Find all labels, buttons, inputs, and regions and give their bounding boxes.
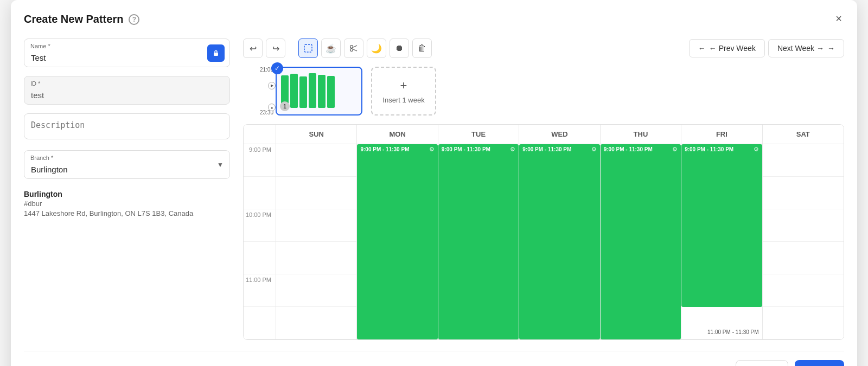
mon-event-label: 9:00 PM - 11:30 PM ⚙ <box>360 146 434 153</box>
next-week-button[interactable]: Next Week → → <box>768 39 844 57</box>
fri-event-time: 9:00 PM - 11:30 PM <box>685 146 733 152</box>
week-thumbnails-row: 21:00 23:30 ▶ ● ✓ <box>243 67 844 115</box>
prev-week-button[interactable]: ← ← Prev Week <box>689 39 765 57</box>
modal-header: Create New Pattern ? × <box>24 13 844 25</box>
coffee-button[interactable]: ☕ <box>321 38 341 58</box>
svg-point-2 <box>350 46 353 48</box>
id-field-group: ID * <box>24 76 230 105</box>
scissors-button[interactable] <box>344 38 363 58</box>
tue-event[interactable]: 9:00 PM - 11:30 PM ⚙ <box>438 144 519 339</box>
fri-bottom-label: 11:00 PM - 11:30 PM <box>707 329 759 335</box>
gear-icon[interactable]: ⚙ <box>672 146 678 153</box>
day-slot <box>763 177 844 209</box>
time-header <box>244 125 276 144</box>
day-slot <box>276 209 356 242</box>
thumb-bars <box>281 71 357 108</box>
thu-event[interactable]: 9:00 PM - 11:30 PM ⚙ <box>601 144 681 339</box>
id-input <box>24 76 230 105</box>
mon-event-time: 9:00 PM - 11:30 PM <box>360 146 409 152</box>
branch-address: 1447 Lakeshore Rd, Burlington, ON L7S 1B… <box>24 209 230 219</box>
days-grid: 9:00 PM - 11:30 PM ⚙ <box>276 144 844 339</box>
day-slot <box>763 209 844 242</box>
right-panel: ↩ ↪ ☕ 🌙 ⏺ <box>243 38 844 340</box>
day-col-wed: 9:00 PM - 11:30 PM ⚙ <box>519 144 600 339</box>
svg-line-5 <box>353 49 357 52</box>
day-slot <box>276 307 356 339</box>
day-slot <box>276 177 356 209</box>
branch-select[interactable]: Burlington <box>24 150 230 179</box>
play-bottom-icon[interactable]: ● <box>268 104 276 111</box>
insert-plus-icon: + <box>400 79 407 93</box>
wed-event-time: 9:00 PM - 11:30 PM <box>522 146 571 152</box>
cal-header-sat: SAT <box>763 125 844 144</box>
svg-rect-0 <box>214 53 218 56</box>
create-pattern-modal: Create New Pattern ? × Name * ID * <box>11 0 857 366</box>
save-button[interactable]: Save <box>795 360 844 366</box>
cancel-button[interactable]: Cancel <box>736 360 788 366</box>
calendar-body: 9:00 PM 10:00 PM 11:00 PM <box>244 144 844 339</box>
wed-event-label: 9:00 PM - 11:30 PM ⚙ <box>522 146 596 153</box>
cal-header-sun: SUN <box>276 125 357 144</box>
thu-event-time: 9:00 PM - 11:30 PM <box>604 146 653 152</box>
time-slot-930pm <box>244 177 276 209</box>
toolbar: ↩ ↪ ☕ 🌙 ⏺ <box>243 38 844 58</box>
thumbnail-wrapper: 21:00 23:30 ▶ ● ✓ <box>276 67 362 115</box>
help-icon[interactable]: ? <box>129 14 139 25</box>
name-input[interactable] <box>24 38 230 67</box>
record-button[interactable]: ⏺ <box>390 38 409 58</box>
svg-rect-1 <box>304 44 312 52</box>
day-col-sat <box>763 144 844 339</box>
time-slot-1130pm <box>244 307 276 339</box>
thumb-bar-3 <box>299 76 307 108</box>
undo-button[interactable]: ↩ <box>243 38 263 58</box>
select-button[interactable] <box>298 38 318 58</box>
fri-event[interactable]: 9:00 PM - 11:30 PM ⚙ <box>681 144 762 307</box>
time-slot-9pm: 9:00 PM <box>244 144 276 177</box>
gear-icon[interactable]: ⚙ <box>754 146 759 153</box>
day-col-fri: 9:00 PM - 11:30 PM ⚙ 11:00 PM - 11:30 PM <box>681 144 762 339</box>
next-week-label: Next Week → <box>777 44 824 53</box>
thumb-time-top: 21:00 <box>250 67 273 73</box>
description-input[interactable] <box>24 113 230 139</box>
wed-event[interactable]: 9:00 PM - 11:30 PM ⚙ <box>519 144 599 339</box>
cal-header-fri: FRI <box>681 125 762 144</box>
mon-event[interactable]: 9:00 PM - 11:30 PM ⚙ <box>357 144 437 339</box>
description-field-group <box>24 113 230 142</box>
day-col-tue: 9:00 PM - 11:30 PM ⚙ <box>438 144 519 339</box>
trash-button[interactable]: 🗑 <box>412 38 432 58</box>
insert-week-button[interactable]: + Insert 1 week <box>371 67 436 115</box>
day-col-sun <box>276 144 357 339</box>
day-slot <box>276 242 356 274</box>
gear-icon[interactable]: ⚙ <box>591 146 597 153</box>
time-column: 9:00 PM 10:00 PM 11:00 PM <box>244 144 276 339</box>
thu-event-label: 9:00 PM - 11:30 PM ⚙ <box>604 146 678 153</box>
left-panel: Name * ID * Branch * <box>24 38 230 340</box>
branch-field-group: Branch * Burlington ▼ <box>24 150 230 179</box>
tue-event-time: 9:00 PM - 11:30 PM <box>442 146 490 152</box>
gear-icon[interactable]: ⚙ <box>510 146 515 153</box>
day-slot <box>763 242 844 274</box>
modal-title: Create New Pattern <box>24 13 123 25</box>
next-arrow-icon: → <box>827 44 835 53</box>
play-top-icon[interactable]: ▶ <box>268 82 276 89</box>
close-button[interactable]: × <box>831 11 846 26</box>
day-slot <box>763 307 844 339</box>
day-slot <box>763 274 844 307</box>
calendar-container: SUN MON TUE WED THU FRI SAT 9:00 PM 10:0… <box>243 124 844 340</box>
lock-button[interactable] <box>207 44 225 62</box>
branch-id: #dbur <box>24 200 230 208</box>
thumb-bar-2 <box>290 74 298 108</box>
cal-header-mon: MON <box>357 125 438 144</box>
prev-arrow-icon: ← <box>698 44 706 53</box>
time-slot-11pm: 11:00 PM <box>244 274 276 307</box>
branch-info: Burlington #dbur 1447 Lakeshore Rd, Burl… <box>24 188 230 221</box>
modal-body: Name * ID * Branch * <box>24 38 844 340</box>
thumb-bar-4 <box>309 73 316 108</box>
thumb-check-icon: ✓ <box>271 62 283 74</box>
redo-button[interactable]: ↪ <box>266 38 285 58</box>
time-slot-10pm: 10:00 PM <box>244 209 276 242</box>
moon-button[interactable]: 🌙 <box>367 38 386 58</box>
week-thumbnail[interactable]: ✓ 1 <box>276 67 362 115</box>
gear-icon[interactable]: ⚙ <box>429 146 435 153</box>
thumb-badge: 1 <box>280 101 290 111</box>
